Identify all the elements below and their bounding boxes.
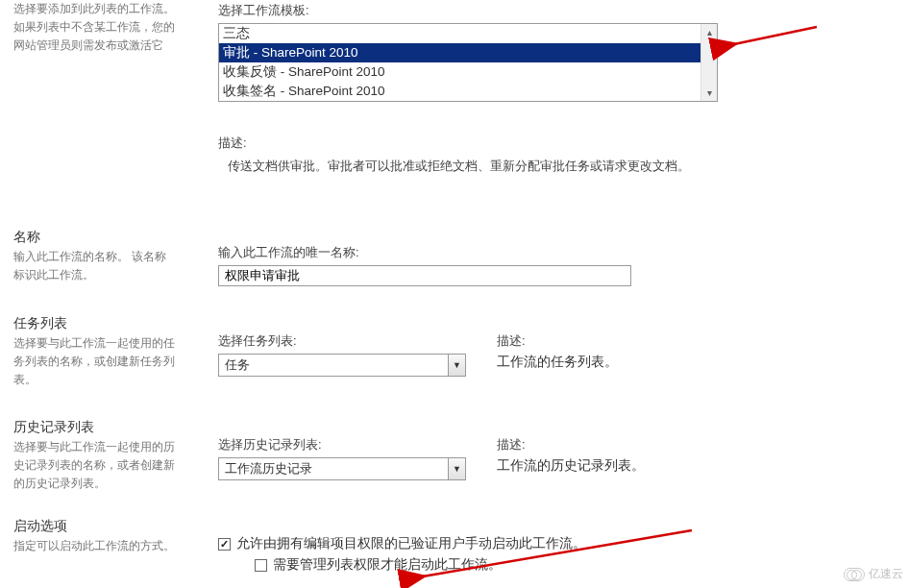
- watermark-logo-icon: [844, 568, 865, 581]
- chevron-down-icon[interactable]: ▼: [448, 458, 465, 479]
- template-intro: 选择要添加到此列表的工作流。如果列表中不含某工作流，您的网站管理员则需发布或激活…: [13, 0, 176, 56]
- scrollbar[interactable]: ▴ ▾: [700, 24, 717, 101]
- history-section-desc: 选择要与此工作流一起使用的历史记录列表的名称，或者创建新的历史记录列表。: [13, 438, 176, 494]
- task-select-label: 选择任务列表:: [218, 332, 468, 350]
- manual-start-label: 允许由拥有编辑项目权限的已验证用户手动启动此工作流。: [236, 535, 586, 552]
- name-field-label: 输入此工作流的唯一名称:: [218, 244, 890, 261]
- history-list-select-value: 工作流历史记录: [219, 458, 448, 479]
- name-section-desc: 输入此工作流的名称。 该名称标识此工作流。: [13, 248, 176, 284]
- require-manage-perm-label: 需要管理列表权限才能启动此工作流。: [273, 556, 502, 574]
- task-desc-text: 工作流的任务列表。: [497, 354, 890, 371]
- history-list-select[interactable]: 工作流历史记录 ▼: [218, 457, 466, 480]
- workflow-name-input[interactable]: [218, 265, 631, 286]
- start-section-desc: 指定可以启动此工作流的方式。: [13, 537, 176, 555]
- name-section-title: 名称: [13, 229, 176, 246]
- task-section-desc: 选择要与此工作流一起使用的任务列表的名称，或创建新任务列表。: [13, 334, 176, 390]
- listbox-option[interactable]: 收集反馈 - SharePoint 2010: [219, 62, 717, 82]
- workflow-template-listbox[interactable]: 三态 审批 - SharePoint 2010 收集反馈 - SharePoin…: [218, 23, 718, 102]
- history-select-label: 选择历史记录列表:: [218, 436, 468, 453]
- template-desc-text: 传送文档供审批。审批者可以批准或拒绝文档、重新分配审批任务或请求更改文档。: [218, 158, 890, 175]
- scroll-up-icon[interactable]: ▴: [701, 24, 717, 40]
- listbox-option-selected[interactable]: 审批 - SharePoint 2010: [219, 43, 717, 62]
- scroll-down-icon[interactable]: ▾: [701, 85, 717, 101]
- chevron-down-icon[interactable]: ▼: [448, 355, 465, 376]
- require-manage-perm-checkbox[interactable]: [255, 559, 267, 572]
- task-section-title: 任务列表: [13, 315, 176, 332]
- history-desc-label: 描述:: [497, 436, 890, 453]
- template-desc-label: 描述:: [218, 135, 890, 152]
- history-section-title: 历史记录列表: [13, 419, 176, 436]
- history-desc-text: 工作流的历史记录列表。: [497, 457, 890, 475]
- template-field-label: 选择工作流模板:: [218, 2, 890, 19]
- start-section-title: 启动选项: [13, 518, 176, 535]
- listbox-option[interactable]: 三态: [219, 24, 717, 43]
- watermark-text: 亿速云: [869, 566, 903, 582]
- listbox-option[interactable]: 收集签名 - SharePoint 2010: [219, 82, 717, 101]
- task-list-select[interactable]: 任务 ▼: [218, 354, 466, 377]
- manual-start-checkbox[interactable]: [218, 538, 231, 551]
- watermark: 亿速云: [844, 566, 903, 582]
- task-list-select-value: 任务: [219, 355, 448, 376]
- task-desc-label: 描述:: [497, 332, 890, 350]
